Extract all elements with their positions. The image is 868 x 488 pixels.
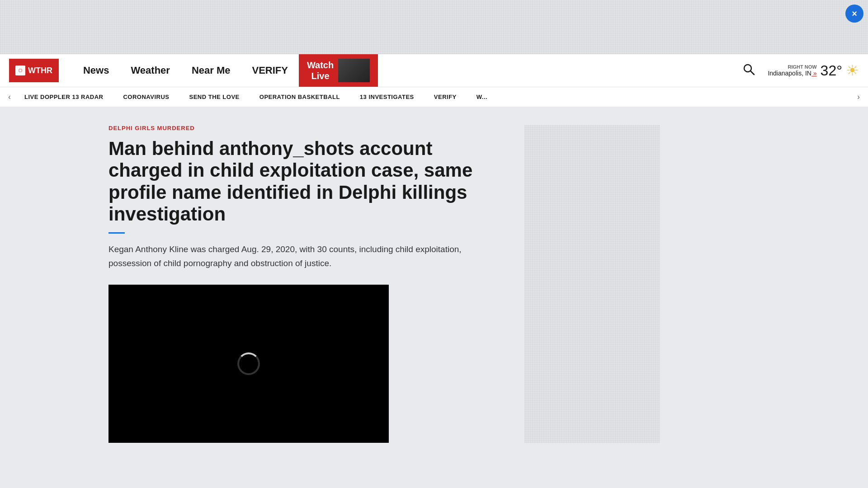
- nav-right: RIGHT NOW Indianapolis, IN » 32° ☀: [739, 59, 859, 82]
- sec-nav-live-doppler[interactable]: LIVE DOPPLER 13 RADAR: [14, 94, 113, 100]
- sec-nav-13-investigates[interactable]: 13 INVESTIGATES: [350, 94, 424, 100]
- sec-nav-arrow-right[interactable]: ›: [854, 92, 863, 102]
- sec-nav-verify-2[interactable]: VERIFY: [424, 94, 467, 100]
- video-player[interactable]: [108, 285, 389, 443]
- weather-widget: RIGHT NOW Indianapolis, IN » 32° ☀: [768, 62, 859, 79]
- svg-line-2: [750, 71, 754, 75]
- article-section: DELPHI GIRLS MURDERED Man behind anthony…: [108, 125, 506, 443]
- temperature-display: 32°: [821, 62, 842, 79]
- article-title: Man behind anthony_shots account charged…: [108, 138, 497, 225]
- nav-item-weather[interactable]: Weather: [120, 65, 180, 76]
- sec-nav-coronavirus[interactable]: CORONAVIRUS: [113, 94, 179, 100]
- article-category: DELPHI GIRLS MURDERED: [108, 125, 506, 131]
- nav-item-near-me[interactable]: Near Me: [181, 65, 241, 76]
- logo-text: WTHR: [28, 66, 52, 75]
- sun-icon: ☀: [846, 62, 859, 79]
- title-underline: [108, 232, 125, 234]
- nbc-logo: [15, 66, 25, 75]
- sec-nav-operation-basketball[interactable]: OPERATION BASKETBALL: [250, 94, 350, 100]
- sec-nav-more[interactable]: W...: [467, 94, 497, 100]
- nav-item-verify[interactable]: VERIFY: [241, 65, 298, 76]
- weather-location: RIGHT NOW Indianapolis, IN »: [768, 64, 816, 77]
- sec-nav-items: LIVE DOPPLER 13 RADAR CORONAVIRUS SEND T…: [14, 94, 854, 100]
- loading-spinner: [237, 352, 260, 375]
- site-logo[interactable]: WTHR: [9, 59, 59, 82]
- main-navbar: WTHR News Weather Near Me VERIFY Watch L…: [0, 54, 868, 87]
- top-banner-area: [0, 0, 868, 54]
- search-button[interactable]: [739, 59, 759, 82]
- secondary-nav: ‹ LIVE DOPPLER 13 RADAR CORONAVIRUS SEND…: [0, 87, 868, 107]
- ad-sidebar: [524, 125, 660, 443]
- nav-items: News Weather Near Me VERIFY Watch Live: [72, 54, 739, 87]
- sec-nav-send-the-love[interactable]: SEND THE LOVE: [179, 94, 250, 100]
- sec-nav-arrow-left[interactable]: ‹: [5, 92, 14, 102]
- main-content: DELPHI GIRLS MURDERED Man behind anthony…: [0, 107, 868, 461]
- watch-live-thumbnail: [338, 59, 370, 82]
- nav-item-news[interactable]: News: [72, 65, 120, 76]
- watch-live-button[interactable]: Watch Live: [299, 54, 378, 87]
- article-summary: Kegan Anthony Kline was charged Aug. 29,…: [108, 243, 479, 270]
- weather-city[interactable]: Indianapolis, IN »: [768, 70, 816, 77]
- close-button[interactable]: ×: [845, 5, 863, 23]
- watch-live-text: Watch Live: [307, 60, 334, 81]
